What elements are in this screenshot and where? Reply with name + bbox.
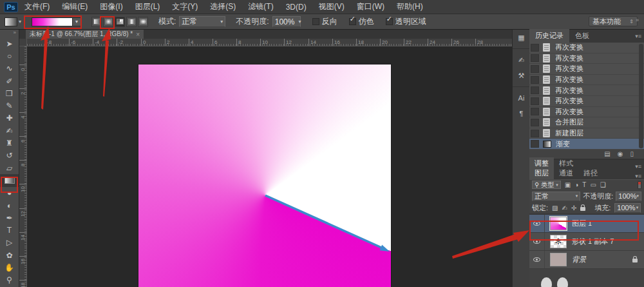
brush-presets-dock-icon[interactable]: ✍ xyxy=(513,52,530,68)
swatches-dock-icon[interactable]: ▦ xyxy=(513,30,530,45)
history-state[interactable]: 再次变换 xyxy=(529,85,644,96)
menu-window[interactable]: 窗口(W) xyxy=(357,1,384,12)
history-scrollbar[interactable] xyxy=(639,44,643,148)
lock-image-pixels-icon[interactable]: ✍ xyxy=(562,204,567,212)
radial-gradient-button[interactable] xyxy=(103,17,113,27)
clone-stamp-tool[interactable]: ♜ xyxy=(0,137,19,149)
history-state[interactable]: 再次变换 xyxy=(529,75,644,86)
reverse-checkbox[interactable]: 反向 xyxy=(312,16,337,27)
quick-selection-tool[interactable]: ✐ xyxy=(0,75,19,87)
layer-filter-switch[interactable] xyxy=(638,181,641,189)
tab-layers[interactable]: 图层 xyxy=(529,167,554,179)
eyedropper-tool[interactable]: ✎ xyxy=(0,99,19,112)
tool-preset-arrow-icon[interactable]: ▾ xyxy=(19,19,21,25)
opacity-select[interactable]: 100% ▾ xyxy=(272,16,301,27)
character-dock-icon[interactable]: Ai xyxy=(513,90,530,106)
document-tab[interactable]: 未标题-1 @ 66.7%(图层 1, RGB/8) * × xyxy=(26,30,144,39)
layer-thumbnail[interactable] xyxy=(550,253,567,266)
tab-paths[interactable]: 路径 xyxy=(578,167,603,179)
toolbar-collapse-icon[interactable]: » xyxy=(0,30,19,37)
hand-tool[interactable]: ✋ xyxy=(0,261,19,273)
gradient-picker-arrow-icon[interactable]: ▾ xyxy=(73,17,81,26)
angle-gradient-button[interactable] xyxy=(115,17,125,27)
reflected-gradient-button[interactable] xyxy=(126,17,137,27)
vertical-ruler[interactable]: 0 2 4 6 8 10 12 14 16 18 xyxy=(19,46,27,287)
dock-collapse-icon[interactable]: » xyxy=(636,17,639,23)
menu-filter[interactable]: 滤镜(T) xyxy=(248,1,273,12)
lock-position-icon[interactable]: ✢ xyxy=(571,204,576,212)
tab-swatches[interactable]: 色板 xyxy=(569,29,595,43)
history-state[interactable]: 再次变换 xyxy=(529,54,644,64)
document-canvas[interactable] xyxy=(138,64,391,287)
layer-name[interactable]: 图层 1 xyxy=(572,219,592,228)
filter-pixel-layers-icon[interactable]: ▣ xyxy=(565,181,571,188)
eraser-tool[interactable]: ▱ xyxy=(0,162,19,174)
layer-filter-type-select[interactable]: ⚲ 类型 ▾ xyxy=(532,181,561,189)
layer-visibility-toggle[interactable] xyxy=(529,215,545,232)
mode-select[interactable]: 正常 ▾ xyxy=(179,16,225,27)
close-tab-icon[interactable]: × xyxy=(136,31,140,38)
menu-layer[interactable]: 图层(L) xyxy=(135,1,160,12)
layer-visibility-toggle[interactable] xyxy=(529,233,545,250)
lock-transparent-pixels-icon[interactable]: ▨ xyxy=(552,204,558,212)
history-state[interactable]: 再次变换 xyxy=(529,43,644,54)
lasso-tool[interactable]: ∿ xyxy=(0,63,19,75)
dodge-tool[interactable]: ◐ xyxy=(0,199,19,212)
tool-preset-icon[interactable] xyxy=(5,17,17,26)
history-state[interactable]: 新建图层 xyxy=(529,128,644,139)
workspace-switcher[interactable]: 基本功能 ⇕ xyxy=(589,16,638,26)
tab-channels[interactable]: 通道 xyxy=(554,167,578,179)
layer-visibility-toggle[interactable] xyxy=(529,251,545,268)
history-state[interactable]: 再次变换 xyxy=(529,107,644,118)
menu-select[interactable]: 选择(S) xyxy=(210,1,236,12)
menu-help[interactable]: 帮助(H) xyxy=(397,1,423,12)
diamond-gradient-button[interactable] xyxy=(138,17,148,27)
dither-checkbox[interactable]: ✓ 仿色 xyxy=(349,16,374,27)
custom-shape-tool[interactable]: ✿ xyxy=(0,249,19,261)
background-layer-row[interactable]: 背景 xyxy=(529,251,644,269)
healing-brush-tool[interactable]: ✚ xyxy=(0,112,19,124)
filter-shape-layers-icon[interactable]: ▭ xyxy=(590,181,596,188)
layer-row[interactable]: ✻ 形状 1 副本 7 xyxy=(529,233,644,251)
panel-menu-icon[interactable]: ▾≡ xyxy=(635,33,641,39)
panel-menu-icon[interactable]: ▾≡ xyxy=(635,163,641,170)
transparency-checkbox[interactable]: ✓ 透明区域 xyxy=(386,16,426,27)
new-snapshot-icon[interactable]: ◉ xyxy=(618,150,623,157)
menu-edit[interactable]: 编辑(E) xyxy=(62,1,88,12)
layer-thumbnail[interactable] xyxy=(550,217,567,230)
blur-tool[interactable]: ● xyxy=(0,187,19,199)
lock-all-icon[interactable] xyxy=(580,207,585,211)
history-state[interactable]: 再次变换 xyxy=(529,96,644,107)
menu-view[interactable]: 视图(V) xyxy=(319,1,345,12)
linear-gradient-button[interactable] xyxy=(91,17,102,27)
fill-select[interactable]: 100% ▾ xyxy=(614,203,641,213)
path-selection-tool[interactable]: ▷ xyxy=(0,237,19,249)
gradient-tool[interactable] xyxy=(0,174,19,186)
menu-type[interactable]: 文字(Y) xyxy=(172,1,198,12)
blend-mode-select[interactable]: 正常 ▾ xyxy=(532,192,580,201)
new-document-from-state-icon[interactable]: ▤ xyxy=(604,150,610,157)
filter-adjustment-layers-icon[interactable]: ◑ xyxy=(574,181,578,188)
move-tool[interactable]: ➤ xyxy=(0,37,19,50)
menu-3d[interactable]: 3D(D) xyxy=(286,3,307,12)
delete-state-icon[interactable]: ▯ xyxy=(630,150,634,157)
panel-menu-icon[interactable]: ▾≡ xyxy=(635,173,641,179)
marquee-tool[interactable]: ○ xyxy=(0,50,19,62)
gradient-editor-swatch[interactable] xyxy=(32,17,73,26)
menu-file[interactable]: 文件(F) xyxy=(24,1,50,12)
filter-smart-objects-icon[interactable]: ❑ xyxy=(600,181,606,188)
layer-name[interactable]: 形状 1 副本 7 xyxy=(572,237,614,246)
pen-tool[interactable]: ✒ xyxy=(0,212,19,224)
history-state-selected[interactable]: 渐变 xyxy=(529,139,644,150)
type-tool[interactable]: T xyxy=(0,224,19,236)
ruler-origin-corner[interactable] xyxy=(19,39,27,46)
layer-thumbnail[interactable]: ✻ xyxy=(550,235,567,248)
zoom-tool[interactable]: ⚲ xyxy=(0,274,19,286)
paragraph-dock-icon[interactable]: ¶ xyxy=(513,106,530,121)
clone-source-dock-icon[interactable]: ⚒ xyxy=(513,68,530,83)
filter-type-layers-icon[interactable]: T xyxy=(582,181,586,188)
history-state[interactable]: 合并图层 xyxy=(529,117,644,128)
menu-image[interactable]: 图像(I) xyxy=(100,1,122,12)
layer-row-selected[interactable]: 图层 1 xyxy=(529,215,644,233)
history-brush-tool[interactable]: ↺ xyxy=(0,150,19,162)
